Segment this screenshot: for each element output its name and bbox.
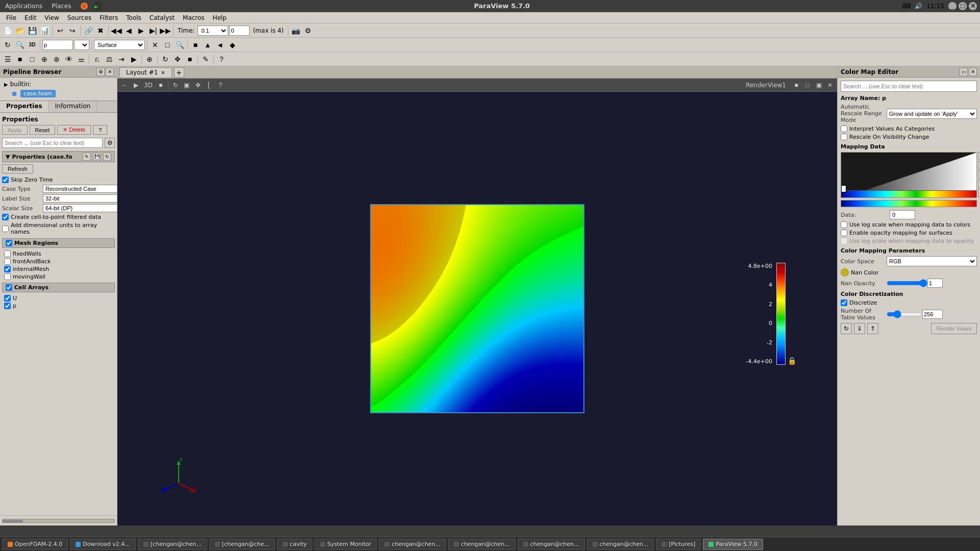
color-space-select[interactable]: RGB <box>887 256 977 266</box>
layout-add-button[interactable]: + <box>174 67 184 78</box>
taskbar-sysmon[interactable]: System Monitor <box>314 539 377 550</box>
tab-properties[interactable]: Properties <box>0 101 49 112</box>
vp-zoom-all-btn[interactable]: ▣ <box>182 80 192 90</box>
zoom-btn[interactable]: 🔍 <box>14 39 26 51</box>
redo-btn[interactable]: ↪ <box>67 25 78 36</box>
discretize-checkbox[interactable] <box>841 299 847 306</box>
properties-search-input[interactable] <box>2 138 103 148</box>
taskbar-paraview[interactable]: ParaView 5.7.0 <box>703 539 763 550</box>
play-next-btn[interactable]: ▶| <box>148 25 159 36</box>
gradient-expand-btn[interactable]: ↔ <box>978 189 980 197</box>
applications-menu[interactable]: Applications <box>3 2 44 11</box>
cme-search-input[interactable] <box>841 81 977 92</box>
cell-select-btn[interactable]: □ <box>162 39 173 51</box>
pipeline-close-btn[interactable]: ✕ <box>106 68 114 76</box>
pipeline-settings-btn[interactable]: ⚙ <box>96 68 105 76</box>
fixed-walls-checkbox[interactable] <box>4 251 11 257</box>
vp-orient-btn[interactable]: ✥ <box>193 80 203 90</box>
mesh-regions-header[interactable]: Mesh Regions <box>2 238 115 248</box>
layout-tab-1[interactable]: Layout #1 ✕ <box>119 67 172 77</box>
camera-btn[interactable]: 📷 <box>290 25 302 36</box>
minimize-button[interactable]: _ <box>948 2 957 10</box>
magnify-btn[interactable]: 🔍 <box>174 39 185 51</box>
new-btn[interactable]: 📄 <box>2 25 13 36</box>
taskbar-download[interactable]: Download v2.4... <box>70 539 136 550</box>
properties-gear-button[interactable]: ⚙ <box>105 138 115 148</box>
tab-information[interactable]: Information <box>49 101 97 112</box>
stream-btn[interactable]: ⇥ <box>116 54 127 65</box>
help-properties-button[interactable]: ? <box>93 125 107 135</box>
filter1-btn[interactable]: ■ <box>190 39 201 51</box>
taskbar-cavity[interactable]: cavity <box>277 539 312 550</box>
view-btn1[interactable]: ☰ <box>2 54 13 65</box>
play-first-btn[interactable]: ◀◀ <box>111 25 122 36</box>
props-section-edit-btn[interactable]: ✎ <box>83 153 91 161</box>
properties-section-header[interactable]: ▼ Properties (case.fo ✎ 💾 ↻ <box>2 151 115 162</box>
slice-btn[interactable]: ⚌ <box>76 54 87 65</box>
refresh-button[interactable]: Refresh <box>2 164 33 173</box>
view-btn3[interactable]: □ <box>27 54 38 65</box>
colorscale-lock-btn[interactable]: 🔒 <box>788 357 796 365</box>
display-mode-select[interactable]: Surface <box>94 40 145 50</box>
undo-btn[interactable]: ↩ <box>55 25 66 36</box>
gradient-lock-btn[interactable]: 🔒 <box>978 180 980 188</box>
reset-pan-btn[interactable]: ✥ <box>172 54 183 65</box>
vp-axes-btn[interactable]: ⎢ <box>204 80 214 90</box>
cell-arrays-header[interactable]: Cell Arrays <box>2 283 115 292</box>
play-prev-btn[interactable]: ◀ <box>123 25 134 36</box>
cme-export-btn[interactable]: ⇑ <box>867 323 878 334</box>
case-label[interactable]: case.foam <box>20 90 56 97</box>
delete-button[interactable]: ✕ Delete <box>57 125 91 135</box>
reset-zoom-btn[interactable]: ■ <box>184 54 195 65</box>
play-last-btn[interactable]: ▶▶ <box>160 25 171 36</box>
places-menu[interactable]: Places <box>50 2 73 11</box>
glyph-btn[interactable]: ▶ <box>128 54 139 65</box>
close-button[interactable]: ✕ <box>969 2 977 10</box>
view-btn5[interactable]: ⊛ <box>51 54 62 65</box>
vp-pick-btn[interactable]: ▶ <box>131 80 141 90</box>
nan-color-swatch[interactable] <box>841 268 849 277</box>
visualization-canvas[interactable] <box>370 204 584 413</box>
vp-tile-btn[interactable]: ■ <box>791 80 801 90</box>
rescale-visibility-checkbox[interactable] <box>841 134 847 140</box>
taskbar-pictures[interactable]: [Pictures] <box>656 539 701 550</box>
save-data-btn[interactable]: 📊 <box>39 25 50 36</box>
num-table-slider[interactable] <box>887 310 922 318</box>
vp-tile2-btn[interactable]: □ <box>802 80 813 90</box>
filter2-btn[interactable]: ▲ <box>202 39 213 51</box>
vp-close-btn[interactable]: ✕ <box>825 80 835 90</box>
layout-tab-close[interactable]: ✕ <box>161 70 165 76</box>
menu-macros[interactable]: Macros <box>179 13 209 22</box>
vp-max-btn[interactable]: ▣ <box>814 80 824 90</box>
tree-item-builtin[interactable]: ▶ builtin: <box>2 80 115 89</box>
variable-select[interactable] <box>74 40 89 50</box>
cme-close-btn[interactable]: ✕ <box>969 68 977 76</box>
create-cell-checkbox[interactable] <box>2 214 9 220</box>
rescale-mode-select[interactable]: Grow and update on 'Apply' <box>887 109 977 119</box>
view-btn2[interactable]: ■ <box>14 54 26 65</box>
gradient-remove-btn[interactable]: - <box>978 161 980 169</box>
view-btn4[interactable]: ⊕ <box>39 54 50 65</box>
gradient-add-btn[interactable]: + <box>978 152 980 160</box>
nan-opacity-slider[interactable] <box>887 279 927 287</box>
visibility-btn[interactable]: 👁 <box>63 54 75 65</box>
vp-nav-btn[interactable]: ← <box>119 80 130 90</box>
mesh-regions-checkbox[interactable] <box>6 240 12 246</box>
filter4-btn[interactable]: ◆ <box>227 39 238 51</box>
num-table-input[interactable] <box>922 310 943 319</box>
gradient-swap-btn[interactable]: ⇅ <box>978 170 980 179</box>
vp-3d-btn[interactable]: ■ <box>156 80 166 90</box>
orient-btn[interactable]: ⊕ <box>144 54 155 65</box>
left-panel-scrollbar[interactable] <box>0 515 117 525</box>
menu-filters[interactable]: Filters <box>95 13 122 22</box>
open-btn[interactable]: 📂 <box>14 25 26 36</box>
scalar-size-input[interactable] <box>43 204 117 212</box>
variable-input[interactable] <box>42 40 73 50</box>
cell-arrays-checkbox[interactable] <box>6 284 12 291</box>
taskbar-term4[interactable]: chengan@chen... <box>448 539 516 550</box>
taskbar-openfoam[interactable]: OpenFOAM-2.4.0 <box>2 539 68 550</box>
gradient-left-handle[interactable] <box>841 185 846 192</box>
3d-btn[interactable]: 3D <box>27 39 38 51</box>
point-select-btn[interactable]: ✕ <box>150 39 161 51</box>
menu-view[interactable]: View <box>40 13 63 22</box>
